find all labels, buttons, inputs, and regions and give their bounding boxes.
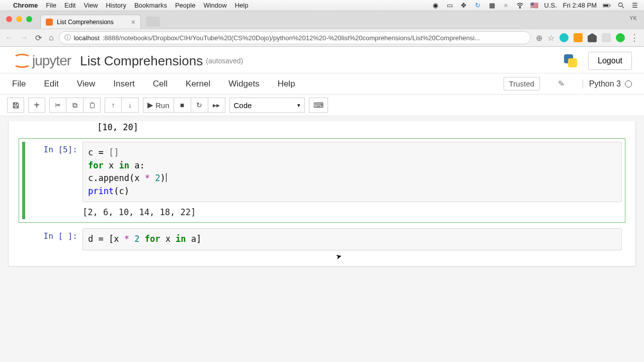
browser-tab[interactable]: List Comprehensions × [40, 15, 141, 29]
jupyter-logo[interactable]: jupyter [12, 52, 71, 69]
menu-widgets[interactable]: Widgets [228, 79, 259, 89]
tab-strip: List Comprehensions × [0, 11, 644, 29]
move-down-button[interactable]: ↓ [122, 98, 139, 113]
maximize-window-button[interactable] [26, 16, 32, 22]
jupyter-page: jupyter List Comprehensions (autosaved) … [0, 47, 644, 287]
svg-line-5 [622, 6, 624, 8]
menu-edit[interactable]: Edit [44, 79, 58, 89]
wifi-icon [516, 2, 524, 10]
cell-type-select[interactable]: Code ▾ [229, 98, 305, 113]
menu-kernel[interactable]: Kernel [186, 79, 210, 89]
mac-menu-people[interactable]: People [175, 2, 195, 9]
interrupt-button[interactable]: ■ [174, 98, 191, 113]
menu-cell[interactable]: Cell [153, 79, 168, 89]
copy-button[interactable]: ⧉ [66, 98, 84, 113]
restart-button[interactable]: ↻ [191, 98, 208, 113]
code-input[interactable]: c = []for x in a: c.append(x * 2)print(c… [83, 142, 622, 202]
menu-help[interactable]: Help [278, 79, 295, 89]
calendar-icon: ▦ [488, 2, 496, 10]
record-icon: ◉ [432, 2, 440, 10]
trusted-badge[interactable]: Trusted [504, 77, 540, 90]
bookmark-icon[interactable]: ☆ [547, 33, 554, 43]
chrome-window: YK List Comprehensions × ← → ⟳ ⌂ ⓘ local… [0, 11, 644, 47]
minimize-window-button[interactable] [16, 16, 22, 22]
svg-rect-7 [14, 106, 17, 108]
restart-run-all-button[interactable]: ▸▸ [208, 98, 225, 113]
chevron-down-icon: ▾ [297, 102, 300, 109]
ext-icon-1[interactable] [559, 33, 569, 42]
tab-close-icon[interactable]: × [131, 18, 135, 26]
notebook-title[interactable]: List Comprehensions [80, 53, 203, 69]
logout-button[interactable]: Logout [588, 52, 632, 70]
clock: Fri 2:48 PM [563, 2, 597, 9]
notebook-scroll[interactable]: [10, 20] In [5]: c = []for x in a: c.app… [0, 116, 644, 287]
command-palette-button[interactable]: ⌨ [309, 98, 328, 113]
app-icon: ↻ [474, 2, 482, 10]
svg-point-0 [520, 8, 521, 9]
move-up-button[interactable]: ↑ [105, 98, 122, 113]
svg-rect-6 [14, 103, 17, 104]
kernel-name: Python 3 [589, 79, 621, 88]
mac-menu-help[interactable]: Help [235, 2, 249, 9]
chrome-profile-badge[interactable]: YK [629, 15, 637, 21]
add-cell-button[interactable]: + [28, 98, 45, 113]
close-window-button[interactable] [6, 16, 12, 22]
sync-icon: ✥ [460, 2, 468, 10]
notebook: [10, 20] In [5]: c = []for x in a: c.app… [8, 121, 636, 266]
home-button[interactable]: ⌂ [49, 33, 54, 43]
cut-button[interactable]: ✂ [49, 98, 66, 113]
tab-title: List Comprehensions [57, 19, 114, 26]
address-bar[interactable]: ⓘ localhost:8888/notebooks/Dropbox/CIH/Y… [59, 31, 531, 44]
chrome-menu-icon[interactable]: ⋮ [630, 32, 639, 43]
display-icon: ▭ [446, 2, 454, 10]
cell-runbar [22, 142, 25, 219]
mac-menu-file[interactable]: File [46, 2, 56, 9]
forward-button[interactable]: → [20, 33, 28, 43]
url-host: localhost [74, 34, 100, 42]
text-cursor [166, 173, 167, 182]
code-input[interactable]: d = [x * 2 for x in a] [83, 228, 622, 250]
menu-icon[interactable]: ☰ [631, 2, 639, 10]
chrome-toolbar: ← → ⟳ ⌂ ⓘ localhost:8888/notebooks/Dropb… [0, 29, 644, 47]
mac-menu-view[interactable]: View [84, 2, 98, 9]
run-button[interactable]: ▶Run [143, 98, 174, 113]
cell-type-value: Code [234, 101, 252, 110]
paste-button[interactable]: 📋︎ [84, 98, 101, 113]
cell-prompt: In [5]: [27, 142, 83, 219]
back-button[interactable]: ← [5, 33, 13, 43]
mac-menu-window[interactable]: Window [203, 2, 226, 9]
mac-menu-chrome[interactable]: Chrome [13, 2, 38, 9]
zoom-icon[interactable]: ⊕ [536, 33, 542, 43]
run-label: Run [155, 101, 170, 110]
ext-icon-3[interactable] [588, 33, 597, 42]
ext-icon-4[interactable] [602, 33, 611, 42]
site-info-icon[interactable]: ⓘ [64, 33, 71, 42]
menu-view[interactable]: View [77, 79, 96, 89]
code-cell-5[interactable]: In [5]: c = []for x in a: c.append(x * 2… [19, 138, 625, 223]
spotlight-icon[interactable] [617, 2, 625, 10]
mac-menu-history[interactable]: History [106, 2, 126, 9]
reload-button[interactable]: ⟳ [35, 33, 42, 43]
svg-point-4 [618, 3, 622, 7]
menu-insert[interactable]: Insert [113, 79, 135, 89]
kernel-status-icon [625, 80, 632, 87]
extension-icons [559, 33, 625, 42]
jupyter-mark-icon [12, 52, 29, 69]
ext-icon-2[interactable] [574, 33, 583, 42]
kernel-indicator[interactable]: Python 3 [583, 79, 632, 88]
url-path: :8888/notebooks/Dropbox/CIH/YouTube%20(C… [103, 34, 480, 42]
cell-runbar [22, 228, 25, 250]
code-cell-6[interactable]: In [ ]: d = [x * 2 for x in a] [19, 225, 625, 254]
prev-cell-output: [10, 20] [81, 121, 625, 136]
ext-icon-5[interactable] [616, 33, 625, 42]
edit-mode-icon: ✎ [558, 79, 565, 88]
input-locale: U.S. [544, 2, 557, 9]
mac-menu-bookmarks[interactable]: Bookmarks [134, 2, 167, 9]
jupyter-header: jupyter List Comprehensions (autosaved) … [0, 47, 644, 73]
mac-menu-edit[interactable]: Edit [64, 2, 75, 9]
python-logo-icon [562, 52, 579, 69]
menu-file[interactable]: File [12, 79, 26, 89]
battery-icon [603, 2, 611, 10]
save-button[interactable] [7, 98, 24, 113]
new-tab-button[interactable] [146, 17, 160, 27]
